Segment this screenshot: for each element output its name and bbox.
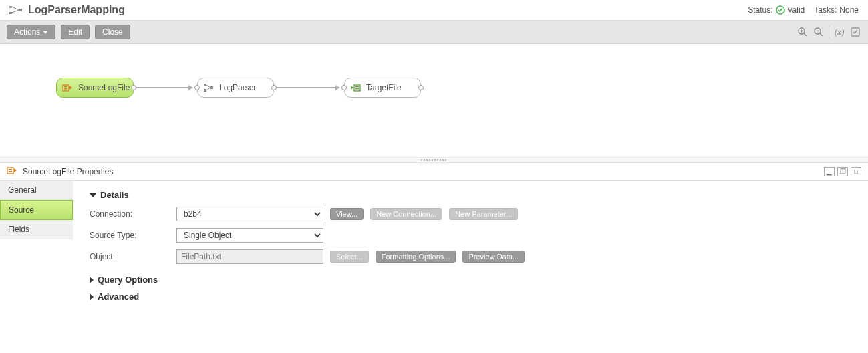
actions-label: Actions (14, 27, 40, 37)
svg-rect-14 (63, 85, 69, 91)
toolbar-separator (829, 26, 829, 38)
svg-rect-23 (355, 86, 359, 87)
validate-icon[interactable] (849, 26, 861, 38)
splitter-grip-icon (421, 159, 448, 161)
maximize-panel-button[interactable]: □ (851, 167, 861, 176)
svg-rect-16 (64, 88, 67, 89)
output-port[interactable] (418, 85, 424, 90)
svg-line-11 (820, 33, 823, 36)
target-icon (350, 83, 361, 92)
svg-line-21 (206, 88, 210, 90)
node-label: TargetFile (366, 83, 402, 92)
svg-rect-19 (210, 86, 213, 89)
source-icon (62, 83, 73, 92)
svg-rect-25 (7, 168, 13, 174)
edit-button[interactable]: Edit (61, 25, 90, 39)
formatting-options-button[interactable]: Formatting Options... (376, 251, 456, 263)
status-area: Status: Valid Tasks: None (748, 5, 859, 15)
close-button[interactable]: Close (95, 25, 130, 39)
source-type-label: Source Type: (90, 231, 170, 240)
view-connection-button[interactable]: View... (330, 208, 364, 220)
object-field (176, 249, 323, 264)
svg-rect-0 (9, 6, 12, 8)
link-parser-to-target (274, 87, 339, 88)
node-targetfile[interactable]: TargetFile (344, 78, 421, 98)
select-object-button[interactable]: Select... (330, 251, 369, 263)
mapping-canvas[interactable]: SourceLogFile LogParser TargetFile (0, 44, 868, 158)
status-label: Status: (748, 5, 772, 15)
svg-rect-18 (204, 89, 206, 92)
toolbar: Actions Edit Close (x) (0, 20, 868, 44)
svg-line-20 (206, 85, 210, 88)
svg-rect-15 (64, 86, 67, 87)
connection-label: Connection: (90, 209, 170, 219)
svg-line-3 (12, 7, 19, 10)
node-label: LogParser (219, 83, 256, 92)
parameter-icon[interactable]: (x) (833, 26, 845, 38)
input-port[interactable] (194, 85, 200, 90)
valid-check-icon (776, 5, 785, 15)
properties-title: SourceLogFile Properties (23, 167, 113, 176)
expand-icon (90, 193, 96, 197)
zoom-in-icon[interactable] (797, 26, 809, 38)
node-sourcelogfile[interactable]: SourceLogFile (56, 78, 134, 98)
svg-rect-17 (204, 84, 206, 86)
svg-line-7 (804, 33, 807, 36)
collapse-icon (90, 277, 94, 283)
new-connection-button[interactable]: New Connection... (370, 208, 442, 220)
tab-source[interactable]: Source (0, 200, 73, 220)
node-label: SourceLogFile (78, 83, 130, 92)
panel-splitter[interactable] (0, 158, 868, 163)
zoom-out-icon[interactable] (813, 26, 825, 38)
mapping-icon (9, 5, 23, 15)
svg-rect-1 (9, 12, 12, 14)
restore-panel-button[interactable]: ❐ (837, 167, 848, 176)
output-port[interactable] (131, 85, 136, 90)
svg-rect-22 (354, 85, 360, 91)
dropdown-caret-icon (43, 31, 48, 34)
tab-fields[interactable]: Fields (0, 220, 73, 239)
tasks-value: None (839, 5, 859, 15)
page-header: LogParserMapping Status: Valid Tasks: No… (0, 0, 868, 19)
properties-side-tabs: General Source Fields (0, 181, 74, 334)
source-icon (7, 166, 17, 177)
object-label: Object: (90, 252, 170, 261)
advanced-section-toggle[interactable]: Advanced (90, 291, 852, 302)
svg-line-4 (12, 10, 19, 13)
preview-data-button[interactable]: Preview Data... (462, 251, 525, 263)
parser-icon (203, 83, 214, 92)
tab-general[interactable]: General (0, 181, 73, 200)
svg-rect-26 (9, 169, 12, 170)
properties-header: SourceLogFile Properties ▁ ❐ □ (0, 163, 868, 181)
new-parameter-button[interactable]: New Parameter... (449, 208, 518, 220)
details-label: Details (100, 190, 129, 200)
actions-button[interactable]: Actions (7, 25, 55, 39)
tasks-label: Tasks: (814, 5, 837, 15)
connection-select[interactable]: b2b4 (176, 207, 323, 221)
svg-rect-27 (9, 171, 12, 172)
output-port[interactable] (271, 85, 277, 90)
node-logparser[interactable]: LogParser (197, 78, 274, 98)
query-options-section-toggle[interactable]: Query Options (90, 275, 852, 285)
source-type-select[interactable]: Single Object (176, 228, 323, 243)
svg-rect-24 (355, 88, 359, 89)
query-options-label: Query Options (98, 275, 158, 285)
details-section-toggle[interactable]: Details (90, 190, 852, 200)
properties-body: General Source Fields Details Connection… (0, 181, 868, 334)
collapse-icon (90, 293, 94, 300)
status-value: Valid (788, 5, 805, 15)
link-source-to-parser (134, 87, 192, 88)
advanced-label: Advanced (98, 291, 139, 302)
input-port[interactable] (341, 85, 347, 90)
minimize-panel-button[interactable]: ▁ (824, 167, 835, 176)
properties-content: Details Connection: b2b4 View... New Con… (74, 181, 868, 334)
page-title: LogParserMapping (28, 4, 125, 16)
svg-rect-2 (19, 9, 22, 11)
